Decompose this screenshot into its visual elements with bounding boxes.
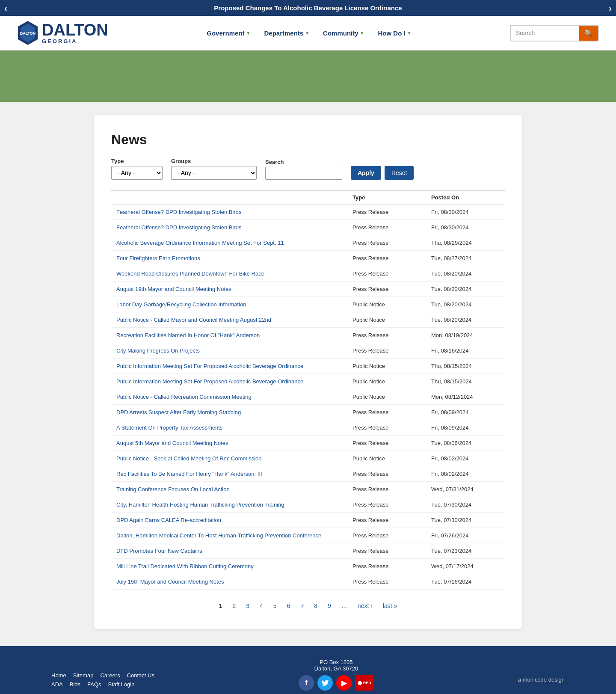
news-title-cell: August 19th Mayor and Council Meeting No… [111,282,347,297]
pagination-last[interactable]: last » [379,600,401,612]
footer-link-faqs[interactable]: FAQs [87,681,101,688]
footer-link-sitemap[interactable]: Sitemap [73,672,94,679]
news-title-cell: Alcoholic Beverage Ordinance Information… [111,235,347,251]
pagination-page-8[interactable]: 8 [310,600,322,612]
facebook-icon[interactable]: f [299,675,314,691]
news-date-cell: Thu, 08/15/2024 [426,374,505,389]
news-title-cell: July 15th Mayor and Council Meeting Note… [111,574,347,590]
news-title-link[interactable]: Recreation Facilities Named In Honor Of … [116,332,260,338]
type-filter-label: Type [111,158,163,164]
groups-filter-label: Groups [171,158,257,164]
footer-link-contact[interactable]: Contact Us [127,672,154,679]
news-title-cell: Featheral Offense? DPD Investigating Sto… [111,220,347,235]
table-row: Training Conference Focuses On Local Act… [111,482,505,497]
news-title-link[interactable]: Public Information Meeting Set For Propo… [116,363,303,369]
news-type-cell: Press Release [347,466,426,482]
chevron-down-icon: ▼ [360,31,364,36]
news-title-link[interactable]: Labor Day Garbage/Recycling Collection I… [116,301,246,308]
header-search-button[interactable]: 🔍 [579,26,598,41]
type-filter-select[interactable]: - Any - [111,166,163,180]
pagination-page-3[interactable]: 3 [242,600,254,612]
news-date-cell: Tue, 07/30/2024 [426,497,505,513]
news-date-cell: Thu, 08/29/2024 [426,235,505,251]
news-title-link[interactable]: Public Notice - Special Called Meeting O… [116,455,262,462]
pagination-page-2[interactable]: 2 [228,600,240,612]
logo-area[interactable]: DALTON DALTON GEORGIA [17,20,108,46]
news-title-link[interactable]: Featheral Offense? DPD Investigating Sto… [116,209,241,215]
search-icon: 🔍 [584,30,593,37]
news-date-cell: Wed, 07/17/2024 [426,559,505,574]
pagination-page-9[interactable]: 9 [323,600,335,612]
news-title-link[interactable]: Mill Line Trail Dedicated With Ribbon Cu… [116,563,254,569]
news-title-cell: Dalton, Hamilton Medical Center To Host … [111,528,347,543]
announcement-bar: ‹ Proposed Changes To Alcoholic Beverage… [0,0,616,16]
news-date-cell: Fri, 08/09/2024 [426,405,505,420]
news-title-link[interactable]: Public Information Meeting Set For Propo… [116,378,303,385]
footer-center: PO Box 1205 Dalton, GA 30720 f ▶ ⬤ RED (… [299,659,374,694]
news-title-link[interactable]: Dalton, Hamilton Medical Center To Host … [116,532,321,539]
news-title-link[interactable]: Four Firefighters Earn Promotions [116,255,200,261]
pagination-page-6[interactable]: 6 [283,600,295,612]
news-title-link[interactable]: A Statement On Property Tax Assessments [116,424,222,431]
announcement-prev-button[interactable]: ‹ [4,3,7,13]
table-row: Dalton, Hamilton Medical Center To Host … [111,528,505,543]
footer-link-home[interactable]: Home [51,672,66,679]
pagination-dots: … [337,600,352,612]
notify-red-icon[interactable]: ⬤ RED [355,675,374,691]
nav-item-community[interactable]: Community ▼ [316,25,371,41]
news-date-cell: Fri, 08/30/2024 [426,205,505,220]
pagination-page-7[interactable]: 7 [296,600,308,612]
news-title-link[interactable]: DFD Promotes Four New Captains [116,548,202,554]
main-nav: Government ▼ Departments ▼ Community ▼ H… [200,25,418,41]
table-row: July 15th Mayor and Council Meeting Note… [111,574,505,590]
news-title-cell: Public Notice - Special Called Meeting O… [111,451,347,466]
pagination-next[interactable]: next › [353,600,377,612]
news-title-link[interactable]: DPD Again Earns CALEA Re-accreditation [116,517,221,523]
news-title-link[interactable]: Public Notice - Called Recreation Commis… [116,394,252,400]
header-search-input[interactable] [511,26,579,40]
news-title-link[interactable]: July 15th Mayor and Council Meeting Note… [116,578,224,585]
footer-link-ada[interactable]: ADA [51,681,63,688]
pagination-page-5[interactable]: 5 [269,600,281,612]
news-title-link[interactable]: DPD Arrests Suspect After Early Morning … [116,409,241,415]
news-search-input[interactable] [265,167,342,180]
filters-section: Type - Any - Groups - Any - Search Apply… [111,158,505,180]
news-type-cell: Press Release [347,559,426,574]
table-row: DPD Again Earns CALEA Re-accreditationPr… [111,513,505,528]
groups-filter-select[interactable]: - Any - [171,166,257,180]
footer-link-bids[interactable]: Bids [70,681,80,688]
announcement-next-button[interactable]: › [609,3,612,13]
pagination-page-4[interactable]: 4 [255,600,267,612]
news-title-link[interactable]: Featheral Offense? DPD Investigating Sto… [116,224,241,231]
news-title-link[interactable]: Training Conference Focuses On Local Act… [116,486,230,492]
news-title-link[interactable]: City, Hamilton Health Hosting Human Traf… [116,501,284,508]
news-title-link[interactable]: Public Notice - Called Mayor and Council… [116,317,271,323]
news-title-link[interactable]: Rec Facilities To Be Named For Henry "Ha… [116,471,262,477]
table-row: DPD Arrests Suspect After Early Morning … [111,405,505,420]
nav-item-departments[interactable]: Departments ▼ [257,25,316,41]
reset-button[interactable]: Reset [385,166,414,180]
twitter-icon[interactable] [317,675,333,691]
apply-button[interactable]: Apply [351,166,381,180]
footer-link-staff-login[interactable]: Staff Login [108,681,135,688]
news-title-link[interactable]: Alcoholic Beverage Ordinance Information… [116,240,284,246]
news-title-cell: DPD Arrests Suspect After Early Morning … [111,405,347,420]
news-type-cell: Press Release [347,251,426,266]
news-type-cell: Press Release [347,266,426,282]
news-title-link[interactable]: August 5th Mayor and Council Meeting Not… [116,440,228,446]
news-title-link[interactable]: August 19th Mayor and Council Meeting No… [116,286,231,292]
nav-item-how-do-i[interactable]: How Do I ▼ [371,25,418,41]
footer-links: Home Sitemap Careers Contact Us ADA Bids… [51,672,154,688]
news-type-cell: Public Notice [347,297,426,312]
news-title-cell: Public Information Meeting Set For Propo… [111,359,347,374]
footer-link-careers[interactable]: Careers [100,672,120,679]
table-row: Featheral Offense? DPD Investigating Sto… [111,205,505,220]
youtube-icon[interactable]: ▶ [336,675,352,691]
news-type-cell: Press Release [347,574,426,590]
news-title-link[interactable]: City Making Progress On Projects [116,347,200,354]
news-title-link[interactable]: Weekend Road Closures Planned Downtown F… [116,270,264,277]
news-type-cell: Press Release [347,235,426,251]
nav-item-government[interactable]: Government ▼ [200,25,257,41]
table-row: Alcoholic Beverage Ordinance Information… [111,235,505,251]
pagination-page-1[interactable]: 1 [215,600,227,612]
